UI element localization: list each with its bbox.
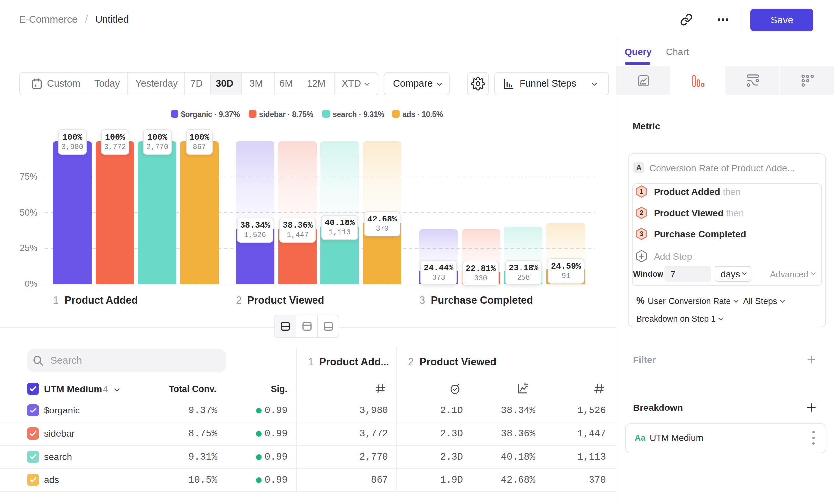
svg-text:%: % xyxy=(524,383,528,388)
svg-text:3: 3 xyxy=(640,230,643,237)
svg-text:1: 1 xyxy=(640,188,643,195)
svg-text:2: 2 xyxy=(640,209,643,216)
